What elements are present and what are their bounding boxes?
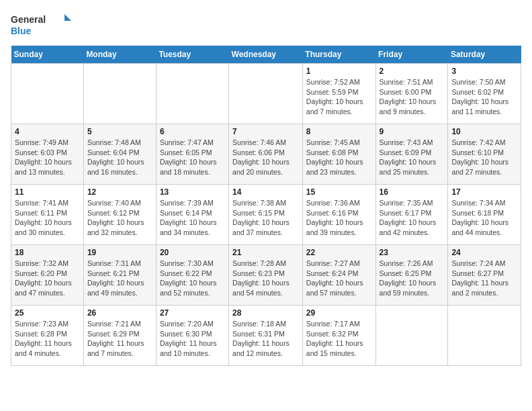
day-info: Sunrise: 7:32 AM Sunset: 6:20 PM Dayligh… [15,259,80,298]
day-cell: 12Sunrise: 7:40 AM Sunset: 6:12 PM Dayli… [83,185,156,245]
day-info: Sunrise: 7:30 AM Sunset: 6:22 PM Dayligh… [160,259,225,298]
day-info: Sunrise: 7:23 AM Sunset: 6:28 PM Dayligh… [15,319,80,359]
day-cell: 26Sunrise: 7:21 AM Sunset: 6:29 PM Dayli… [83,306,156,366]
day-info: Sunrise: 7:17 AM Sunset: 6:32 PM Dayligh… [306,319,372,359]
day-number: 12 [87,187,152,197]
week-row-4: 18Sunrise: 7:32 AM Sunset: 6:20 PM Dayli… [11,245,521,306]
day-info: Sunrise: 7:28 AM Sunset: 6:23 PM Dayligh… [232,259,299,298]
day-cell: 21Sunrise: 7:28 AM Sunset: 6:23 PM Dayli… [229,245,303,306]
page-header: General Blue [11,11,521,38]
day-number: 3 [451,66,517,76]
day-info: Sunrise: 7:45 AM Sunset: 6:08 PM Dayligh… [306,138,372,177]
day-cell: 2Sunrise: 7:51 AM Sunset: 6:00 PM Daylig… [375,64,448,124]
day-cell: 17Sunrise: 7:34 AM Sunset: 6:18 PM Dayli… [448,185,521,245]
col-header-sunday: Sunday [11,46,84,64]
day-cell: 28Sunrise: 7:18 AM Sunset: 6:31 PM Dayli… [229,306,303,366]
day-cell [448,306,521,366]
day-cell: 20Sunrise: 7:30 AM Sunset: 6:22 PM Dayli… [156,245,228,306]
day-info: Sunrise: 7:24 AM Sunset: 6:27 PM Dayligh… [451,259,517,298]
col-header-monday: Monday [83,46,156,64]
week-row-3: 11Sunrise: 7:41 AM Sunset: 6:11 PM Dayli… [11,185,521,245]
header-row: SundayMondayTuesdayWednesdayThursdayFrid… [11,46,521,64]
day-number: 19 [87,248,152,257]
day-number: 10 [451,127,517,136]
day-number: 17 [451,187,517,197]
day-info: Sunrise: 7:49 AM Sunset: 6:03 PM Dayligh… [15,138,80,177]
col-header-friday: Friday [375,46,448,64]
col-header-saturday: Saturday [448,46,521,64]
day-number: 9 [380,127,445,136]
week-row-5: 25Sunrise: 7:23 AM Sunset: 6:28 PM Dayli… [11,306,521,366]
day-cell [375,306,448,366]
day-cell: 18Sunrise: 7:32 AM Sunset: 6:20 PM Dayli… [11,245,84,306]
col-header-wednesday: Wednesday [229,46,303,64]
day-cell: 8Sunrise: 7:45 AM Sunset: 6:08 PM Daylig… [302,124,375,185]
day-cell: 15Sunrise: 7:36 AM Sunset: 6:16 PM Dayli… [302,185,375,245]
day-cell: 4Sunrise: 7:49 AM Sunset: 6:03 PM Daylig… [11,124,84,185]
svg-text:Blue: Blue [11,26,32,36]
day-info: Sunrise: 7:26 AM Sunset: 6:25 PM Dayligh… [380,259,445,298]
day-cell: 9Sunrise: 7:43 AM Sunset: 6:09 PM Daylig… [375,124,448,185]
col-header-thursday: Thursday [302,46,375,64]
day-number: 7 [232,127,299,136]
day-cell [156,64,228,124]
day-cell: 25Sunrise: 7:23 AM Sunset: 6:28 PM Dayli… [11,306,84,366]
day-cell: 23Sunrise: 7:26 AM Sunset: 6:25 PM Dayli… [375,245,448,306]
day-info: Sunrise: 7:39 AM Sunset: 6:14 PM Dayligh… [160,198,225,238]
day-number: 5 [87,127,152,136]
day-info: Sunrise: 7:50 AM Sunset: 6:02 PM Dayligh… [451,77,517,117]
day-info: Sunrise: 7:47 AM Sunset: 6:05 PM Dayligh… [160,138,225,177]
day-info: Sunrise: 7:43 AM Sunset: 6:09 PM Dayligh… [380,138,445,177]
day-info: Sunrise: 7:18 AM Sunset: 6:31 PM Dayligh… [232,319,299,359]
day-info: Sunrise: 7:21 AM Sunset: 6:29 PM Dayligh… [87,319,152,359]
day-number: 26 [87,308,152,318]
day-number: 1 [306,66,372,76]
day-number: 23 [380,248,445,257]
day-info: Sunrise: 7:20 AM Sunset: 6:30 PM Dayligh… [160,319,225,359]
day-info: Sunrise: 7:27 AM Sunset: 6:24 PM Dayligh… [306,259,372,298]
day-number: 29 [306,308,372,318]
day-number: 4 [15,127,80,136]
day-cell: 5Sunrise: 7:48 AM Sunset: 6:04 PM Daylig… [83,124,156,185]
day-cell: 14Sunrise: 7:38 AM Sunset: 6:15 PM Dayli… [229,185,303,245]
day-number: 13 [160,187,225,197]
day-number: 2 [380,66,445,76]
day-number: 15 [306,187,372,197]
day-number: 25 [15,308,80,318]
day-cell: 24Sunrise: 7:24 AM Sunset: 6:27 PM Dayli… [448,245,521,306]
svg-text:General: General [11,14,46,25]
day-info: Sunrise: 7:31 AM Sunset: 6:21 PM Dayligh… [87,259,152,298]
day-cell: 29Sunrise: 7:17 AM Sunset: 6:32 PM Dayli… [302,306,375,366]
calendar-table: SundayMondayTuesdayWednesdayThursdayFrid… [11,46,521,366]
day-info: Sunrise: 7:48 AM Sunset: 6:04 PM Dayligh… [87,138,152,177]
logo: General Blue [11,11,71,38]
day-cell: 13Sunrise: 7:39 AM Sunset: 6:14 PM Dayli… [156,185,228,245]
day-cell: 16Sunrise: 7:35 AM Sunset: 6:17 PM Dayli… [375,185,448,245]
day-info: Sunrise: 7:42 AM Sunset: 6:10 PM Dayligh… [451,138,517,177]
day-number: 6 [160,127,225,136]
day-cell: 19Sunrise: 7:31 AM Sunset: 6:21 PM Dayli… [83,245,156,306]
day-cell: 10Sunrise: 7:42 AM Sunset: 6:10 PM Dayli… [448,124,521,185]
day-cell [11,64,84,124]
col-header-tuesday: Tuesday [156,46,228,64]
week-row-1: 1Sunrise: 7:52 AM Sunset: 5:59 PM Daylig… [11,64,521,124]
day-info: Sunrise: 7:51 AM Sunset: 6:00 PM Dayligh… [380,77,445,117]
day-number: 16 [380,187,445,197]
day-info: Sunrise: 7:35 AM Sunset: 6:17 PM Dayligh… [380,198,445,238]
day-info: Sunrise: 7:52 AM Sunset: 5:59 PM Dayligh… [306,77,372,117]
logo-svg: General Blue [11,11,71,38]
day-cell [83,64,156,124]
day-number: 27 [160,308,225,318]
day-cell: 11Sunrise: 7:41 AM Sunset: 6:11 PM Dayli… [11,185,84,245]
day-cell: 27Sunrise: 7:20 AM Sunset: 6:30 PM Dayli… [156,306,228,366]
week-row-2: 4Sunrise: 7:49 AM Sunset: 6:03 PM Daylig… [11,124,521,185]
day-cell: 7Sunrise: 7:46 AM Sunset: 6:06 PM Daylig… [229,124,303,185]
day-number: 22 [306,248,372,257]
day-number: 11 [15,187,80,197]
day-info: Sunrise: 7:46 AM Sunset: 6:06 PM Dayligh… [232,138,299,177]
day-number: 8 [306,127,372,136]
day-info: Sunrise: 7:41 AM Sunset: 6:11 PM Dayligh… [15,198,80,238]
day-cell: 3Sunrise: 7:50 AM Sunset: 6:02 PM Daylig… [448,64,521,124]
day-info: Sunrise: 7:40 AM Sunset: 6:12 PM Dayligh… [87,198,152,238]
day-cell [229,64,303,124]
